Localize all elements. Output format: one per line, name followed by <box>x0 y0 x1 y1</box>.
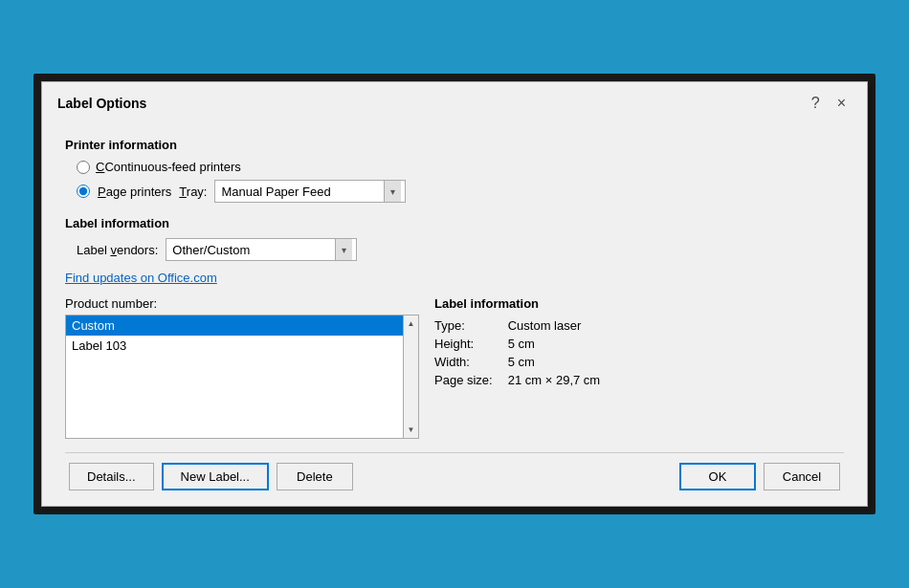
title-bar: Label Options ? × <box>42 82 867 120</box>
title-bar-controls: ? × <box>806 94 852 113</box>
divider <box>65 452 844 453</box>
product-number-label: Product number: <box>65 296 419 311</box>
info-key-pagesize: Page size: <box>434 373 493 387</box>
footer-right-buttons: OK Cancel <box>679 463 840 490</box>
page-printers-label: Page printers <box>98 185 171 199</box>
tray-dropdown-value: Manual Paper Feed <box>219 185 380 199</box>
list-item[interactable]: Label 103 <box>66 336 403 356</box>
label-info-table: Type: Custom laser Height: 5 cm Width: 5… <box>434 318 844 387</box>
columns-container: Product number: Custom Label 103 ▲ ▼ <box>65 296 844 439</box>
vendors-row: Label vendors: Other/Custom ▾ <box>77 238 844 261</box>
label-info-section-label: Label information <box>65 216 844 230</box>
dialog: Label Options ? × Printer information CC… <box>41 81 868 507</box>
ok-button[interactable]: OK <box>679 463 756 490</box>
outer-border: Label Options ? × Printer information CC… <box>33 74 876 514</box>
printer-info-label: Printer information <box>65 138 844 152</box>
label-info-display-title: Label information <box>434 296 844 311</box>
vendors-dropdown-value: Other/Custom <box>170 243 331 257</box>
label-info-display: Label information Type: Custom laser Hei… <box>434 296 844 439</box>
info-val-pagesize: 21 cm × 29,7 cm <box>508 373 844 387</box>
office-updates-link[interactable]: Find updates on Office.com <box>65 271 217 285</box>
cancel-button[interactable]: Cancel <box>764 463 840 490</box>
vendors-dropdown-arrow: ▾ <box>335 239 352 260</box>
product-list-items: Custom Label 103 <box>66 316 403 438</box>
dialog-title: Label Options <box>57 96 146 111</box>
page-printers-row: Page printers Tray: Manual Paper Feed ▾ <box>77 180 844 203</box>
info-key-type: Type: <box>434 318 493 333</box>
scroll-down-arrow[interactable]: ▼ <box>406 424 417 436</box>
list-scrollbar: ▲ ▼ <box>403 316 418 438</box>
list-item[interactable]: Custom <box>66 316 403 336</box>
close-button[interactable]: × <box>831 94 852 113</box>
help-button[interactable]: ? <box>806 94 826 113</box>
product-listbox[interactable]: Custom Label 103 ▲ ▼ <box>65 315 419 439</box>
continuous-feed-row: CContinuous-feed printers <box>77 160 844 174</box>
vendors-dropdown[interactable]: Other/Custom ▾ <box>166 238 357 261</box>
details-button[interactable]: Details... <box>69 463 154 490</box>
product-section: Product number: Custom Label 103 ▲ ▼ <box>65 296 419 439</box>
continuous-feed-radio[interactable] <box>77 161 90 174</box>
dialog-body: Printer information CContinuous-feed pri… <box>42 120 867 506</box>
continuous-feed-label: CContinuous-feed printers <box>96 160 241 174</box>
footer-buttons: Details... New Label... Delete OK Cancel <box>65 463 844 490</box>
info-val-height: 5 cm <box>508 337 844 351</box>
footer-left-buttons: Details... New Label... Delete <box>69 463 353 490</box>
info-key-width: Width: <box>434 355 493 369</box>
info-key-height: Height: <box>434 337 493 351</box>
info-val-type: Custom laser <box>508 318 844 333</box>
delete-button[interactable]: Delete <box>277 463 353 490</box>
tray-dropdown[interactable]: Manual Paper Feed ▾ <box>214 180 406 203</box>
vendors-label: Label vendors: <box>77 243 158 257</box>
tray-dropdown-arrow: ▾ <box>384 181 401 202</box>
page-printers-radio[interactable] <box>77 185 90 198</box>
new-label-button[interactable]: New Label... <box>162 463 269 490</box>
scroll-up-arrow[interactable]: ▲ <box>406 317 417 330</box>
info-val-width: 5 cm <box>508 355 844 369</box>
tray-label: Tray: <box>179 185 207 199</box>
